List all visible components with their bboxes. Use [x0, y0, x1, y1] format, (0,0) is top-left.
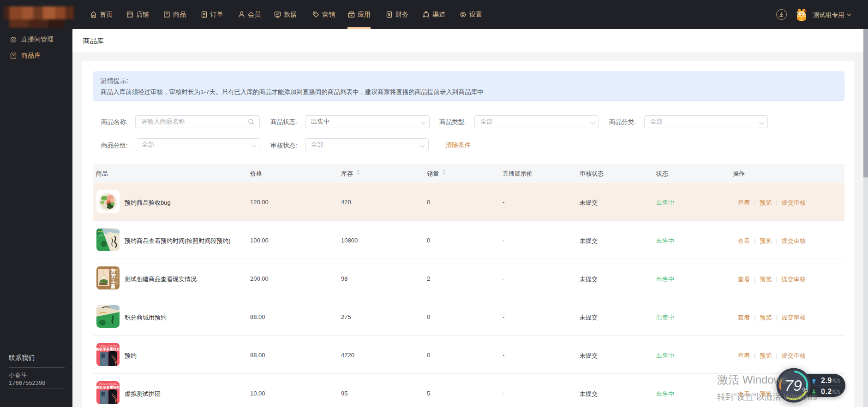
svg-text:购机享多重好礼: 购机享多重好礼 — [96, 385, 120, 389]
svg-text:购机享多重好礼: 购机享多重好礼 — [96, 347, 120, 351]
svg-text:— iPhone 12 Pro Max —: — iPhone 12 Pro Max — — [96, 345, 120, 347]
svg-text:味: 味 — [116, 282, 119, 285]
svg-text:— iPhone 12 Pro Max —: — iPhone 12 Pro Max — — [96, 383, 120, 385]
svg-text:富: 富 — [111, 283, 116, 289]
